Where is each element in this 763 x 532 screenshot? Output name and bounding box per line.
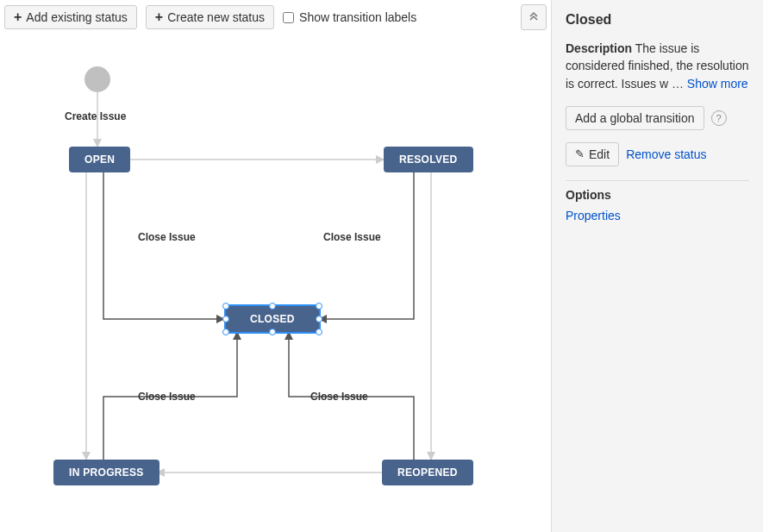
properties-link[interactable]: Properties (566, 209, 621, 222)
resize-handle[interactable] (316, 303, 322, 310)
add-global-transition-button[interactable]: Add a global transition (566, 106, 704, 130)
resize-handle[interactable] (316, 316, 322, 322)
status-node-reopened[interactable]: REOPENED (382, 460, 473, 485)
description-block: Description The issue is considered fini… (566, 40, 749, 92)
add-global-label: Add a global transition (575, 111, 695, 125)
status-node-closed-label: CLOSED (250, 313, 295, 325)
status-node-closed[interactable]: CLOSED (226, 306, 319, 332)
help-icon[interactable]: ? (711, 110, 727, 126)
resize-handle[interactable] (316, 329, 322, 335)
remove-status-link[interactable]: Remove status (626, 147, 706, 161)
status-node-open[interactable]: OPEN (69, 147, 130, 172)
edit-label: Edit (589, 147, 610, 161)
detail-panel: Closed Description The issue is consider… (551, 0, 763, 532)
transition-label-close-issue-1[interactable]: Close Issue (138, 231, 196, 243)
resize-handle[interactable] (222, 316, 229, 322)
ellipsis: … (672, 77, 684, 91)
divider (566, 180, 749, 181)
resize-handle[interactable] (222, 303, 229, 310)
resize-handle[interactable] (269, 303, 276, 310)
description-label: Description (566, 41, 632, 55)
transition-label-create-issue[interactable]: Create Issue (65, 110, 126, 122)
resize-handle[interactable] (222, 329, 229, 335)
pencil-icon: ✎ (575, 147, 585, 160)
options-heading: Options (566, 188, 749, 202)
status-node-in-progress[interactable]: IN PROGRESS (53, 460, 159, 485)
panel-title: Closed (566, 12, 749, 28)
transition-label-close-issue-2[interactable]: Close Issue (323, 231, 381, 243)
workflow-arrows (0, 0, 552, 532)
transition-label-close-issue-4[interactable]: Close Issue (310, 391, 368, 403)
status-node-resolved[interactable]: RESOLVED (384, 147, 473, 172)
start-node[interactable] (84, 66, 110, 92)
edit-button[interactable]: ✎ Edit (566, 142, 619, 166)
transition-label-close-issue-3[interactable]: Close Issue (138, 391, 196, 403)
show-more-link[interactable]: Show more (687, 77, 748, 91)
resize-handle[interactable] (269, 329, 276, 335)
workflow-canvas[interactable]: + Add existing status + Create new statu… (0, 0, 551, 532)
